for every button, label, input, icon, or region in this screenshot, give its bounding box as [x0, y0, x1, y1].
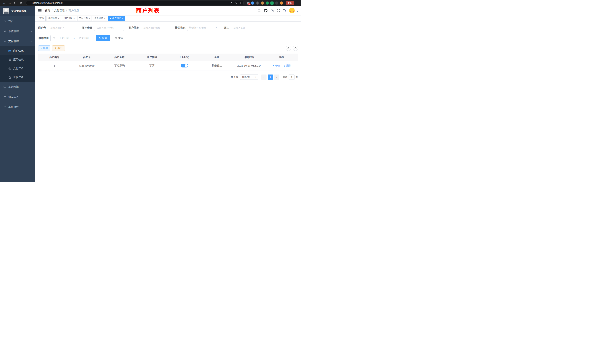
search-icon[interactable] — [258, 9, 261, 12]
app-title: 芋道管理系统 — [11, 10, 27, 13]
extension-icon-apps[interactable]: 10 — [247, 2, 249, 4]
edit-link[interactable]: 修改 — [272, 64, 280, 67]
col-remark: 备注 — [201, 54, 233, 61]
sidebar-item-app-info[interactable]: 应用信息 — [0, 55, 35, 64]
url-text[interactable]: localhost:1024/pay/merchant — [32, 2, 228, 4]
dashboard-icon — [3, 20, 7, 23]
page-size-select[interactable]: 10条/页 ▼ — [240, 75, 258, 80]
hamburger-icon[interactable] — [38, 9, 42, 12]
back-icon[interactable]: ← — [2, 0, 7, 5]
share-icon[interactable] — [235, 2, 237, 4]
remark-input[interactable] — [231, 25, 265, 31]
sidebar-item-dev-tools[interactable]: 研发工具 — [0, 92, 35, 102]
browser-update-button[interactable]: 更新 — [286, 1, 294, 5]
close-icon[interactable]: × — [89, 17, 90, 20]
next-page-button[interactable]: › — [274, 75, 279, 80]
fullscreen-icon[interactable] — [277, 9, 280, 12]
breadcrumb-home[interactable]: 首页 — [45, 9, 50, 12]
github-icon[interactable] — [264, 9, 268, 12]
page-number-1[interactable]: 1 — [268, 75, 273, 80]
status-select[interactable]: 请选择开启状态 ▼ — [187, 25, 219, 31]
briefcase-icon — [3, 96, 7, 98]
workflow-icon — [3, 106, 7, 108]
delete-link[interactable]: 删除 — [283, 64, 291, 67]
date-separator: - — [74, 37, 75, 40]
tab-process-form[interactable]: 流程表单 × — [46, 16, 61, 21]
tab-home[interactable]: 首页 — [38, 16, 46, 21]
goto-page-input[interactable] — [289, 75, 294, 80]
close-icon[interactable]: × — [104, 17, 106, 20]
bookmark-star-icon[interactable]: ☆ — [239, 1, 241, 4]
create-time-range-picker[interactable]: 开始日期 - 结束日期 — [50, 35, 93, 41]
sidebar-item-payment[interactable]: ¥ 支付管理 — [0, 36, 35, 46]
help-icon[interactable]: ? — [271, 9, 274, 12]
status-toggle[interactable] — [181, 64, 188, 67]
col-status: 开启状态 — [168, 54, 201, 61]
search-button[interactable]: 搜索 — [96, 35, 110, 41]
user-avatar[interactable] — [289, 8, 295, 13]
extension-icon-5[interactable] — [270, 1, 274, 5]
yen-icon: ¥ — [3, 40, 7, 43]
address-bar[interactable]: i localhost:1024/pay/merchant ☆ — [26, 1, 244, 5]
prev-page-button[interactable]: ‹ — [261, 75, 267, 80]
end-date-placeholder[interactable]: 结束日期 — [76, 36, 91, 40]
toggle-search-button[interactable] — [286, 46, 291, 51]
sidebar-item-infrastructure[interactable]: 基础设施 — [0, 82, 35, 92]
sidebar-item-home[interactable]: 首页 — [0, 16, 35, 26]
extension-icon-3[interactable] — [261, 1, 264, 5]
extension-icon-2[interactable] — [256, 1, 259, 5]
avatar-caret-icon[interactable]: ▼ — [296, 11, 298, 13]
grid-icon — [8, 58, 11, 61]
sidebar-logo[interactable]: 芋道管理系统 — [0, 6, 35, 16]
tab-pay-order[interactable]: 支付订单 × — [77, 16, 92, 21]
monitor-icon — [3, 86, 7, 88]
sidebar-item-refund-order[interactable]: 退款订单 — [0, 73, 35, 82]
sidebar-item-pay-order[interactable]: 支付订单 — [0, 64, 35, 73]
filter-row-1: 商户号 商户全称 商户简称 开启状态 请选择开启状态 ▼ — [38, 25, 298, 31]
cell-create-time: 2021-10-23 08:31:14 — [233, 61, 266, 70]
tab-refund-order[interactable]: 退款订单 × — [93, 16, 107, 21]
cell-merchant-no: M233666999 — [71, 61, 103, 70]
refresh-button[interactable] — [293, 46, 298, 51]
plus-icon: + — [41, 47, 42, 50]
tab-label: 商户信息 — [112, 17, 121, 20]
extension-icon-7[interactable] — [280, 1, 283, 5]
edit-icon — [272, 64, 275, 67]
close-icon[interactable]: × — [122, 17, 123, 20]
info-icon[interactable]: i — [28, 2, 30, 4]
sidebar-item-merchant-info[interactable]: 商户信息 — [0, 46, 35, 55]
cell-short-name: 芋艿 — [136, 61, 168, 70]
close-icon[interactable]: × — [58, 17, 59, 20]
delete-link-label: 删除 — [286, 64, 291, 67]
short-name-input[interactable] — [141, 25, 170, 31]
key-icon[interactable] — [230, 2, 232, 4]
extension-icon-4[interactable]: ↑ — [266, 1, 269, 5]
breadcrumb-separator: / — [52, 9, 53, 12]
reset-button[interactable]: 重置 — [112, 35, 126, 41]
add-button[interactable]: + 新增 — [38, 45, 50, 51]
merchant-no-input[interactable] — [48, 25, 77, 31]
tab-merchant-info[interactable]: 商户信息 × — [108, 16, 125, 21]
browser-menu-icon[interactable]: ⋮ — [296, 1, 299, 5]
sidebar-item-workflow[interactable]: 工作流程 — [0, 102, 35, 112]
sidebar-item-system[interactable]: 系统管理 — [0, 26, 35, 36]
arrow-up-icon: ↑ — [266, 1, 269, 5]
status-label: 开启状态 — [175, 26, 185, 30]
search-button-label: 搜索 — [102, 36, 107, 40]
full-name-input[interactable] — [94, 25, 124, 31]
font-size-icon[interactable]: TT — [283, 9, 286, 12]
sidebar-menu: 首页 系统管理 ¥ 支付管理 — [0, 16, 35, 182]
goto-label: 前往 — [283, 75, 288, 79]
reload-icon[interactable] — [13, 0, 18, 5]
breadcrumb-payment[interactable]: 支付管理 — [54, 9, 64, 12]
col-full-name: 商户全称 — [103, 54, 136, 61]
start-date-placeholder[interactable]: 开始日期 — [57, 36, 72, 40]
extension-icon-1[interactable] — [251, 1, 254, 5]
close-icon[interactable]: × — [73, 17, 75, 20]
export-button[interactable]: 导出 — [52, 45, 65, 51]
tab-user-group[interactable]: 用户分组 × — [62, 16, 76, 21]
forward-icon[interactable]: → — [7, 0, 12, 5]
extension-icon-6[interactable] — [275, 1, 278, 5]
home-icon[interactable] — [19, 0, 23, 5]
table-toolbar: + 新增 导出 — [38, 45, 298, 51]
